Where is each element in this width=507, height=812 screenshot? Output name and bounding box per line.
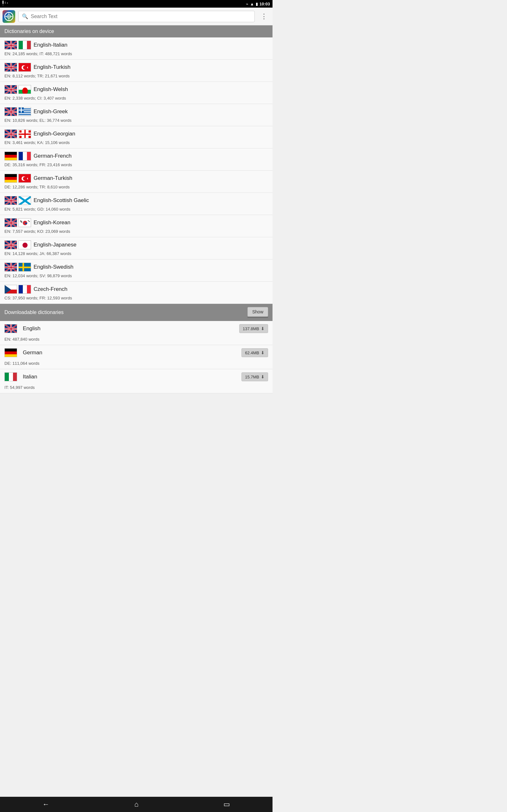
download-icon: ⬇ — [261, 350, 265, 355]
dict-item-en-it[interactable]: English-Italian EN: 24,185 words; IT: 48… — [0, 38, 273, 60]
dict-item-en-sv[interactable]: English-Swedish EN: 12,034 words; SV: 98… — [0, 259, 273, 282]
svg-rect-73 — [29, 136, 31, 138]
dict-name: English-Korean — [34, 219, 70, 226]
svg-rect-154 — [5, 373, 9, 381]
search-icon: 🔍 — [22, 13, 28, 19]
svg-rect-150 — [5, 328, 17, 329]
flag-pair — [4, 152, 31, 160]
search-bar[interactable]: 🔍 — [18, 11, 255, 22]
dict-name: Italian — [23, 374, 239, 380]
dict-item-en-ja[interactable]: English-Japanese EN: 14,128 words; JA: 6… — [0, 237, 273, 259]
wifi-icon: ▲ — [250, 2, 254, 6]
flag-uk — [4, 263, 17, 271]
menu-dots-button[interactable]: ⋮ — [258, 11, 270, 22]
status-icons: ⌁ ▲ ▮ 10:03 — [246, 2, 270, 6]
dict-name: English — [23, 325, 237, 332]
time: 10:03 — [260, 2, 270, 6]
svg-rect-57 — [19, 110, 24, 111]
flag-de — [4, 152, 17, 160]
flag-pair — [4, 196, 31, 205]
flag-uk — [4, 107, 17, 116]
download-button-it[interactable]: 15.7MB ⬇ — [241, 372, 268, 381]
svg-rect-139 — [19, 285, 23, 294]
app-icon[interactable] — [3, 10, 15, 23]
svg-rect-36 — [5, 90, 17, 90]
dict-stats: EN: 10,826 words; EL: 36,774 words — [0, 117, 273, 126]
flag-pair — [4, 107, 31, 116]
dict-stats: DE: 12,286 words; TR: 8,610 words — [0, 184, 273, 193]
dict-stats: EN: 2,338 words; CI: 3,407 words — [0, 95, 273, 104]
flag-pair — [4, 63, 31, 72]
flag-uk — [4, 324, 17, 333]
battery-icon: ▮ — [256, 2, 258, 6]
svg-rect-23 — [5, 67, 17, 68]
downloadable-item-it[interactable]: Italian 15.7MB ⬇ IT: 54,997 words — [0, 369, 273, 393]
svg-rect-77 — [19, 152, 23, 160]
dict-item-en-gd[interactable]: English-Scottish Gaelic EN: 5,821 words;… — [0, 193, 273, 215]
svg-rect-69 — [19, 134, 31, 135]
dict-name: Czech-French — [34, 286, 67, 293]
dict-stats: EN: 12,034 words; SV: 98,879 words — [0, 273, 273, 281]
search-input[interactable] — [31, 14, 251, 19]
dict-stats: EN: 24,185 words; IT: 488,721 words — [0, 51, 273, 59]
dict-stats: CS: 37,950 words; FR: 12,593 words — [0, 295, 273, 304]
dict-stats: EN: 7,557 words; KO: 23,069 words — [0, 229, 273, 237]
svg-rect-82 — [5, 180, 17, 183]
dict-stats: EN: 8,112 words; TR: 21,671 words — [0, 73, 273, 82]
dict-stats: EN: 14,128 words; JA: 66,387 words — [0, 251, 273, 259]
flag-gr — [18, 107, 31, 116]
show-button[interactable]: Show — [247, 307, 268, 316]
downloadable-item-en[interactable]: English 137.8MB ⬇ EN: 487,840 words — [0, 321, 273, 345]
svg-rect-54 — [19, 115, 31, 116]
svg-rect-76 — [5, 158, 17, 160]
download-icon: ⬇ — [261, 326, 265, 331]
on-device-title: Dictionaries on device — [4, 29, 54, 34]
downloadable-item-de[interactable]: German 62.4MB ⬇ DE: 111,064 words — [0, 345, 273, 369]
svg-rect-53 — [19, 113, 31, 114]
flag-it — [18, 41, 31, 49]
flag-fr — [18, 152, 31, 160]
flag-uk — [4, 85, 17, 94]
flag-tr — [18, 174, 31, 183]
dict-name: German — [23, 350, 239, 356]
flag-pair — [4, 263, 31, 271]
svg-rect-95 — [5, 200, 17, 201]
dict-item-en-tr[interactable]: English-Turkish EN: 8,112 words; TR: 21,… — [0, 60, 273, 82]
svg-rect-107 — [5, 223, 17, 223]
dict-item-en-gr[interactable]: English-Greek EN: 10,826 words; EL: 36,7… — [0, 104, 273, 126]
svg-point-85 — [23, 177, 26, 181]
dict-item-en-cy[interactable]: English-Welsh EN: 2,338 words; CI: 3,407… — [0, 82, 273, 104]
dict-item-en-ka[interactable]: English-Georgian EN: 3,461 words; KA: 15… — [0, 126, 273, 148]
dict-name: German-French — [34, 153, 72, 159]
svg-rect-48 — [5, 112, 17, 113]
flag-uk — [4, 196, 17, 205]
flag-cy — [18, 85, 31, 94]
flag-pair — [4, 218, 31, 227]
downloadable-list: English 137.8MB ⬇ EN: 487,840 words Germ… — [0, 321, 273, 393]
flag-uk — [4, 218, 17, 227]
download-size: 15.7MB — [245, 374, 259, 379]
download-button-en[interactable]: 137.8MB ⬇ — [239, 324, 268, 333]
download-icon: ⬇ — [261, 374, 265, 379]
svg-rect-66 — [5, 134, 17, 135]
downloadable-section-header: Downloadable dictionaries Show — [0, 304, 273, 321]
flag-uk — [4, 41, 17, 49]
svg-rect-78 — [23, 152, 27, 160]
dict-stats: DE: 35,316 words; FR: 23,416 words — [0, 162, 273, 170]
flag-ja — [18, 241, 31, 249]
svg-rect-155 — [9, 373, 13, 381]
flag-pair — [4, 85, 31, 94]
download-button-de[interactable]: 62.4MB ⬇ — [241, 348, 268, 357]
dict-item-cs-fr[interactable]: Czech-French CS: 37,950 words; FR: 12,59… — [0, 282, 273, 304]
svg-rect-121 — [5, 245, 17, 246]
svg-rect-152 — [5, 351, 17, 355]
dict-item-en-ko[interactable]: English-Korean EN: 7,557 words; KO: 23,0… — [0, 215, 273, 237]
flag-uk — [4, 130, 17, 138]
dict-item-de-tr[interactable]: German-Turkish DE: 12,286 words; TR: 8,6… — [0, 171, 273, 193]
svg-rect-153 — [5, 354, 17, 357]
dict-name: English-Welsh — [34, 86, 68, 93]
dict-name: English-Greek — [34, 108, 68, 115]
dict-item-de-fr[interactable]: German-French DE: 35,316 words; FR: 23,4… — [0, 148, 273, 171]
dict-stats: DE: 111,064 words — [0, 360, 273, 369]
bluetooth-icon: ⌁ — [246, 2, 248, 6]
